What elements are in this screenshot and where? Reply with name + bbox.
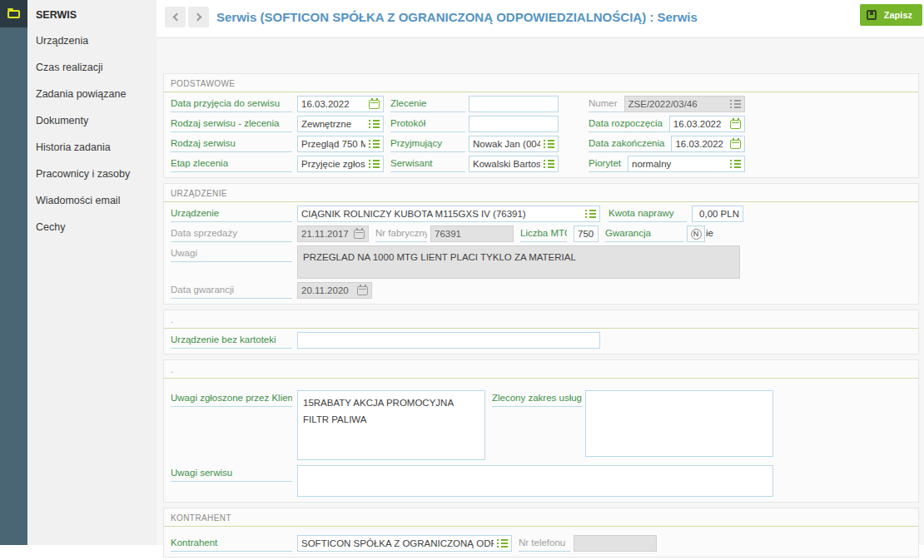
urzadzenie-bez-kartoteki-label: Urządzenie bez kartoteki bbox=[171, 332, 292, 349]
sidebar-item-czas-realizacji[interactable]: Czas realizacji bbox=[27, 54, 156, 81]
form-cell: Data zakończenia 16.03.2022 bbox=[589, 136, 745, 152]
folder-icon bbox=[7, 10, 20, 18]
gwarancja-label: Gwarancja bbox=[605, 225, 683, 242]
sidebar-item-dokumenty[interactable]: Dokumenty bbox=[27, 107, 156, 134]
uwagi-klienta-textarea[interactable]: 15RABATY AKCJA PROMOCYJNA FILTR PALIWA bbox=[297, 390, 485, 460]
section-dot-title: . bbox=[164, 310, 918, 329]
form-row: Uwagi serwisu bbox=[171, 465, 912, 497]
uwagi-label: Uwagi bbox=[171, 245, 292, 262]
gwarancja-toggle[interactable]: N bbox=[687, 225, 705, 242]
liczba-mtg-field[interactable]: 750 bbox=[574, 225, 599, 242]
section-kontrahent: KONTRAHENT Kontrahent SOFTICON SPÓŁKA Z … bbox=[163, 508, 919, 558]
list-picker-icon[interactable] bbox=[730, 160, 741, 168]
nr-telefonu-label: Nr telefonu bbox=[519, 535, 570, 552]
sidebar-item-cechy[interactable]: Cechy bbox=[27, 214, 156, 240]
data-zakonczenia-field[interactable]: 16.03.2022 bbox=[671, 136, 745, 152]
data-gwarancji-label: Data gwarancji bbox=[171, 282, 292, 299]
calendar-icon[interactable] bbox=[730, 120, 741, 129]
list-picker-icon[interactable] bbox=[497, 539, 508, 548]
rodzaj-serwisu-zlecenia-field[interactable]: Zewnętrzne bbox=[297, 116, 384, 132]
top-bar: Serwis (SOFTICON SPÓŁKA Z OGRANICZONĄ OD… bbox=[156, 0, 924, 38]
kwota-naprawy-field[interactable]: 0,00 PLN bbox=[692, 206, 743, 222]
page-title: Serwis (SOFTICON SPÓŁKA Z OGRANICZONĄ OD… bbox=[216, 10, 698, 24]
urzadzenie-label: Urządzenie bbox=[171, 206, 292, 222]
zlecony-zakres-textarea[interactable] bbox=[585, 390, 773, 457]
form-row: Etap zlecenia Przyjęcie zgłoszenia Serwi… bbox=[171, 156, 912, 172]
kontrahent-field[interactable]: SOFTICON SPÓŁKA Z OGRANICZONĄ ODPOWIEDZI… bbox=[297, 535, 512, 552]
data-rozpoczecia-field[interactable]: 16.03.2022 bbox=[669, 116, 745, 132]
uwagi-klienta-label: Uwagi zgłoszone przez Klienta bbox=[171, 390, 292, 407]
section-bez-kartoteki: . Urządzenie bez kartoteki bbox=[163, 310, 919, 354]
zlecenie-field[interactable] bbox=[469, 96, 559, 112]
kwota-naprawy-label: Kwota naprawy bbox=[609, 206, 687, 222]
list-picker-icon bbox=[730, 100, 741, 108]
data-zakonczenia-label: Data zakończenia bbox=[589, 136, 671, 152]
save-button-label: Zapisz bbox=[884, 10, 912, 20]
numer-label: Numer bbox=[589, 96, 624, 112]
gwarancja-value-rest: ie bbox=[706, 225, 713, 238]
section-kontrahent-title: KONTRAHENT bbox=[164, 508, 918, 527]
section-uwagi: . Uwagi zgłoszone przez Klienta 15RABATY… bbox=[163, 359, 919, 503]
urzadzenie-field[interactable]: CIĄGNIK ROLNICZY KUBOTA M115GXS IV (7639… bbox=[297, 206, 600, 222]
form-cell: Data rozpoczęcia 16.03.2022 bbox=[589, 116, 745, 132]
nr-fabryczny-label: Nr fabryczny bbox=[375, 225, 427, 242]
left-strip bbox=[0, 0, 27, 545]
list-picker-icon[interactable] bbox=[369, 120, 380, 128]
form-cell: Numer ZSE/2022/03/46 bbox=[589, 96, 745, 112]
data-sprzedazy-label: Data sprzedaży bbox=[171, 225, 292, 242]
urzadzenie-bez-kartoteki-field[interactable] bbox=[297, 332, 600, 349]
przyjmujacy-label: Przyjmujący bbox=[390, 136, 465, 152]
data-przyjecia-field[interactable]: 16.03.2022 bbox=[297, 96, 384, 112]
module-button[interactable] bbox=[0, 0, 27, 27]
list-picker-icon[interactable] bbox=[369, 160, 380, 168]
etap-zlecenia-field[interactable]: Przyjęcie zgłoszenia bbox=[297, 156, 384, 172]
save-button[interactable]: Zapisz bbox=[860, 4, 922, 26]
sidebar: SERWIS Urządzenia Czas realizacji Zadani… bbox=[27, 0, 156, 545]
form-row: Data sprzedaży 21.11.2017 Nr fabryczny 7… bbox=[171, 225, 912, 242]
app-window: SERWIS Urządzenia Czas realizacji Zadani… bbox=[0, 0, 924, 560]
main-area: Serwis (SOFTICON SPÓŁKA Z OGRANICZONĄ OD… bbox=[156, 0, 924, 545]
nav-buttons bbox=[165, 7, 209, 27]
data-przyjecia-label: Data przyjęcia do serwisu bbox=[171, 96, 292, 112]
liczba-mtg-label: Liczba MTG bbox=[520, 225, 567, 242]
sidebar-item-pracownicy-i-zasoby[interactable]: Pracownicy i zasoby bbox=[27, 161, 156, 187]
form-row: Data gwarancji 20.11.2020 bbox=[171, 282, 912, 299]
form-row: Data przyjęcia do serwisu 16.03.2022 Zle… bbox=[171, 96, 912, 112]
chevron-left-icon bbox=[172, 13, 181, 22]
etap-zlecenia-label: Etap zlecenia bbox=[171, 156, 292, 172]
back-button[interactable] bbox=[165, 7, 186, 27]
list-picker-icon[interactable] bbox=[544, 160, 554, 168]
przyjmujacy-field[interactable]: Nowak Jan (0047) bbox=[469, 136, 559, 152]
uwagi-serwisu-textarea[interactable] bbox=[297, 465, 773, 497]
form-row: Rodzaj serwisu Przegląd 750 MTG Przyjmuj… bbox=[171, 136, 912, 152]
protokol-label: Protokół bbox=[390, 116, 465, 132]
rodzaj-serwisu-label: Rodzaj serwisu bbox=[171, 136, 292, 152]
sidebar-item-zadania-powiazane[interactable]: Zadania powiązane bbox=[27, 81, 156, 107]
forward-button[interactable] bbox=[188, 7, 209, 27]
rodzaj-serwisu-field[interactable]: Przegląd 750 MTG bbox=[297, 136, 384, 152]
uwagi-serwisu-label: Uwagi serwisu bbox=[171, 465, 292, 482]
sidebar-title: SERWIS bbox=[27, 0, 156, 27]
zlecony-zakres-label: Zlecony zakres usług bbox=[492, 390, 582, 407]
list-picker-icon[interactable] bbox=[585, 210, 596, 218]
chevron-right-icon bbox=[193, 13, 201, 22]
serwisant-label: Serwisant bbox=[390, 156, 465, 172]
serwisant-field[interactable]: Kowalski Bartosz (S001 bbox=[469, 156, 559, 172]
sidebar-item-wiadomosci-email[interactable]: Wiadomości email bbox=[27, 187, 156, 214]
piorytet-field[interactable]: normalny bbox=[628, 156, 745, 172]
data-rozpoczecia-label: Data rozpoczęcia bbox=[589, 116, 669, 132]
sidebar-item-historia-zadania[interactable]: Historia zadania bbox=[27, 134, 156, 161]
list-picker-icon[interactable] bbox=[544, 140, 554, 148]
calendar-icon bbox=[357, 286, 368, 295]
list-picker-icon[interactable] bbox=[369, 140, 380, 148]
protokol-field[interactable] bbox=[469, 116, 559, 132]
uwagi-field: PRZEGLAD NA 1000 MTG LIENT PLACI TYKLO Z… bbox=[297, 245, 740, 279]
kontrahent-label: Kontrahent bbox=[171, 535, 292, 552]
zlecenie-label: Zlecenie bbox=[390, 96, 465, 112]
calendar-icon[interactable] bbox=[369, 100, 380, 109]
data-gwarancji-field: 20.11.2020 bbox=[297, 282, 372, 299]
form-content: PODSTAWOWE Data przyjęcia do serwisu 16.… bbox=[163, 73, 919, 560]
sidebar-item-urzadzenia[interactable]: Urządzenia bbox=[27, 27, 156, 54]
rodzaj-serwisu-zlecenia-label: Rodzaj serwisu - zlecenia bbox=[171, 116, 292, 132]
calendar-icon[interactable] bbox=[730, 140, 741, 149]
